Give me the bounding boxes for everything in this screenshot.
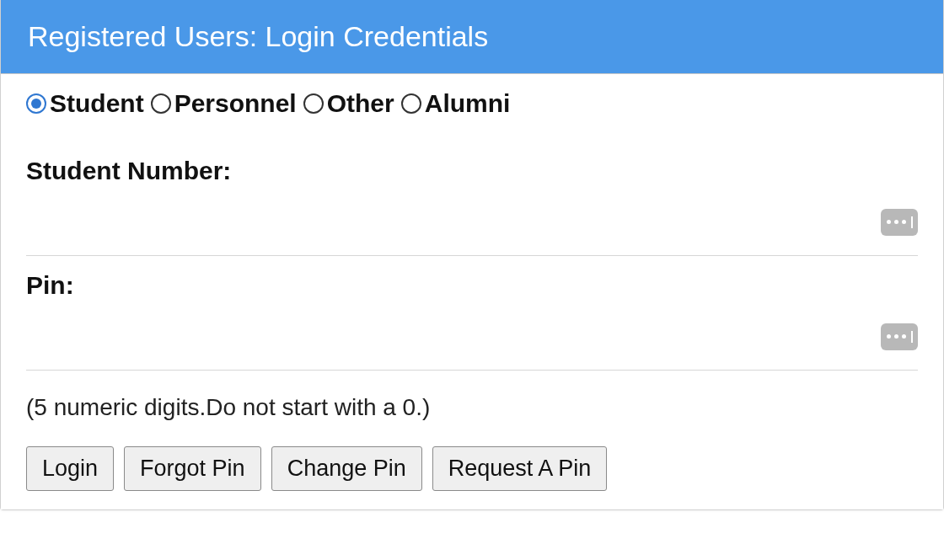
- panel-header: Registered Users: Login Credentials: [1, 0, 943, 74]
- radio-label: Personnel: [174, 89, 297, 118]
- radio-icon: [303, 93, 324, 114]
- user-type-radio-group: Student Personnel Other Alumni: [26, 89, 918, 118]
- login-panel: Registered Users: Login Credentials Stud…: [0, 0, 944, 510]
- student-number-input[interactable]: [26, 194, 871, 250]
- pin-field-group: Pin:: [26, 271, 918, 371]
- student-number-field-group: Student Number:: [26, 157, 918, 256]
- radio-icon: [401, 93, 421, 114]
- radio-label: Student: [50, 89, 144, 118]
- login-button[interactable]: Login: [26, 446, 114, 491]
- radio-icon: [26, 93, 46, 114]
- radio-option-other[interactable]: Other: [303, 89, 394, 118]
- student-number-input-row: [26, 194, 918, 256]
- pin-hint-text: (5 numeric digits.Do not start with a 0.…: [26, 394, 918, 421]
- password-manager-icon[interactable]: [881, 323, 918, 350]
- pin-input-row: [26, 308, 918, 371]
- change-pin-button[interactable]: Change Pin: [271, 446, 422, 491]
- password-manager-icon[interactable]: [881, 209, 918, 236]
- request-a-pin-button[interactable]: Request A Pin: [432, 446, 608, 491]
- panel-title: Registered Users: Login Credentials: [28, 20, 488, 52]
- pin-input[interactable]: [26, 308, 871, 365]
- pin-label: Pin:: [26, 271, 918, 300]
- action-button-row: Login Forgot Pin Change Pin Request A Pi…: [26, 446, 918, 491]
- student-number-label: Student Number:: [26, 157, 918, 185]
- panel-body: Student Personnel Other Alumni Student N…: [1, 74, 943, 509]
- radio-option-personnel[interactable]: Personnel: [151, 89, 297, 118]
- radio-label: Alumni: [425, 89, 511, 118]
- radio-option-student[interactable]: Student: [26, 89, 144, 118]
- forgot-pin-button[interactable]: Forgot Pin: [124, 446, 261, 491]
- radio-label: Other: [327, 89, 394, 118]
- radio-option-alumni[interactable]: Alumni: [401, 89, 511, 118]
- radio-icon: [151, 93, 171, 114]
